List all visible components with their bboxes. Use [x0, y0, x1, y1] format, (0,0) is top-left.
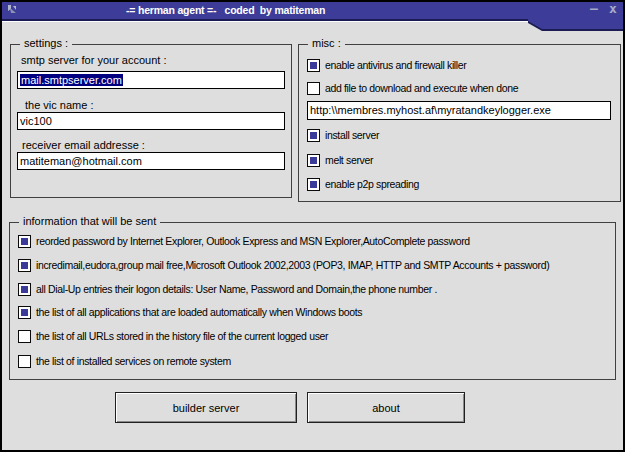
checkbox-box[interactable] [18, 306, 31, 319]
about-button[interactable]: about [307, 392, 465, 423]
checkbox-box[interactable] [18, 259, 31, 272]
checkbox-label: install server [325, 129, 379, 141]
checkbox-label: the list of all applications that are lo… [36, 306, 362, 318]
checkbox-box[interactable] [18, 330, 31, 343]
checkbox-box[interactable] [307, 154, 320, 167]
receiver-email-label: receiver email addresse : [22, 139, 145, 151]
information-group: information that will be sent reorded pa… [9, 222, 616, 380]
checkbox-antivirus-killer[interactable]: enable antivirus and firewall killer [307, 58, 466, 72]
misc-legend: misc : [308, 37, 345, 50]
receiver-email-input[interactable]: matiteman@hotmail.com [17, 152, 285, 170]
checkbox-box[interactable] [307, 178, 320, 191]
app-window: -= herman agent =- coded by matiteman – … [0, 0, 625, 452]
misc-group: misc : enable antivirus and firewall kil… [298, 44, 621, 202]
checkbox-label: the list of all URLs stored in the histo… [36, 330, 328, 342]
window-title: -= herman agent =- coded by matiteman [126, 4, 325, 16]
vic-name-label: the vic name : [25, 99, 93, 111]
smtp-server-label: smtp server for your account : [21, 54, 167, 66]
vic-name-input[interactable]: vic100 [17, 112, 285, 130]
app-icon[interactable] [7, 4, 18, 15]
checkbox-ie-passwords[interactable]: reorded password by Internet Explorer, O… [18, 234, 470, 248]
settings-group: settings : smtp server for your account … [10, 44, 292, 198]
vic-name-value: vic100 [20, 115, 52, 127]
checkbox-mail-accounts[interactable]: incredimail,eudora,group mail free,Micro… [18, 258, 549, 272]
smtp-server-value: mail.smtpserver.com [20, 74, 123, 86]
checkbox-label: melt server [325, 154, 373, 166]
minimize-button[interactable]: – [590, 2, 598, 15]
information-legend: information that will be sent [19, 215, 160, 228]
checkbox-startup-apps[interactable]: the list of all applications that are lo… [18, 305, 362, 319]
checkbox-box[interactable] [307, 59, 320, 72]
checkbox-box[interactable] [18, 283, 31, 296]
checkbox-label: enable p2p spreading [325, 178, 419, 190]
checkbox-dialup-entries[interactable]: all Dial-Up entries their logon details:… [18, 282, 437, 296]
builder-server-button[interactable]: builder server [115, 392, 297, 423]
checkbox-add-download-file[interactable]: add file to download and execute when do… [307, 81, 518, 95]
checkbox-label: add file to download and execute when do… [325, 82, 518, 94]
checkbox-install-server[interactable]: install server [307, 128, 379, 142]
checkbox-melt-server[interactable]: melt server [307, 153, 373, 167]
checkbox-p2p-spreading[interactable]: enable p2p spreading [307, 177, 419, 191]
checkbox-url-history[interactable]: the list of all URLs stored in the histo… [18, 329, 328, 343]
close-button[interactable]: x [609, 2, 617, 15]
checkbox-box[interactable] [307, 82, 320, 95]
checkbox-label: the list of installed services on remote… [36, 355, 231, 367]
checkbox-installed-services[interactable]: the list of installed services on remote… [18, 354, 231, 368]
smtp-server-input[interactable]: mail.smtpserver.com [17, 71, 285, 89]
settings-legend: settings : [20, 37, 72, 50]
checkbox-box[interactable] [307, 129, 320, 142]
checkbox-box[interactable] [18, 235, 31, 248]
download-url-value: http:\\membres.myhost.af\myratandkeylogg… [310, 104, 551, 116]
receiver-email-value: matiteman@hotmail.com [20, 155, 142, 167]
checkbox-box[interactable] [18, 355, 31, 368]
checkbox-label: incredimail,eudora,group mail free,Micro… [36, 259, 549, 271]
download-url-input[interactable]: http:\\membres.myhost.af\myratandkeylogg… [307, 101, 611, 120]
checkbox-label: reorded password by Internet Explorer, O… [36, 235, 470, 247]
checkbox-label: all Dial-Up entries their logon details:… [36, 283, 437, 295]
checkbox-label: enable antivirus and firewall killer [325, 59, 466, 71]
